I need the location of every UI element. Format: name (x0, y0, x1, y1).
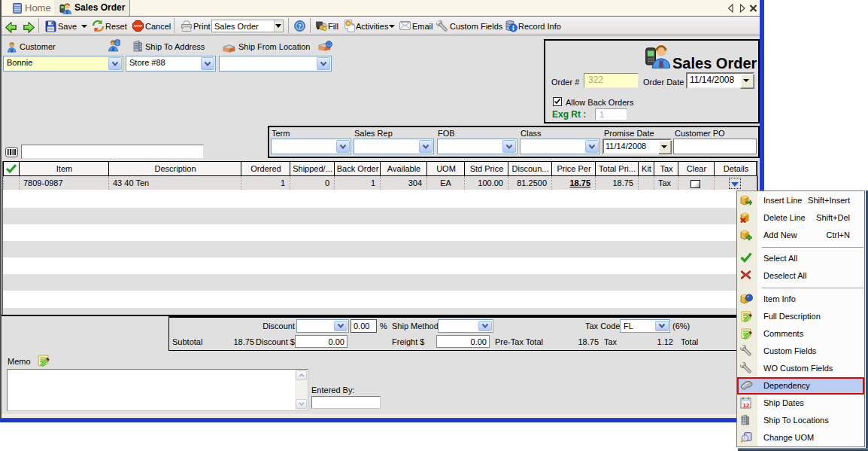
svg-text:?: ? (298, 23, 302, 30)
svg-text:12: 12 (743, 402, 750, 409)
svg-text:STOP: STOP (134, 24, 142, 28)
